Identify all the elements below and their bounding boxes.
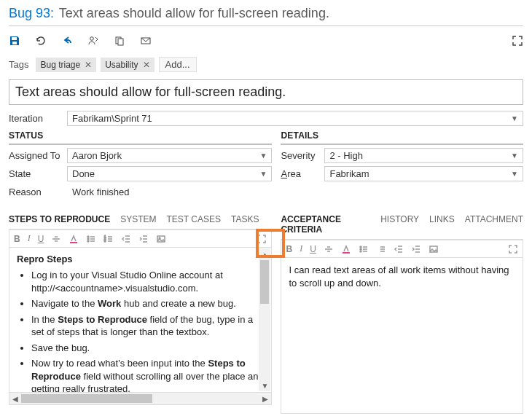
iteration-input[interactable]: Fabrikam\Sprint 71▼ xyxy=(67,111,523,126)
reason-label: Reason xyxy=(9,187,67,197)
scroll-thumb[interactable] xyxy=(21,394,152,403)
scroll-left-icon[interactable]: ◀ xyxy=(9,395,21,403)
tab-acceptance-criteria[interactable]: ACCEPTANCE CRITERIA xyxy=(281,214,370,235)
fullscreen-icon[interactable] xyxy=(512,35,523,47)
save-icon[interactable] xyxy=(9,35,20,47)
outdent-icon[interactable] xyxy=(121,234,131,244)
scroll-down-icon[interactable]: ▼ xyxy=(259,380,270,391)
details-heading: DETAILS xyxy=(281,130,523,145)
underline-button[interactable]: U xyxy=(38,234,44,244)
assign-icon[interactable] xyxy=(87,35,99,47)
svg-point-4 xyxy=(87,236,89,238)
italic-button[interactable]: I xyxy=(300,243,302,254)
refresh-icon[interactable] xyxy=(35,35,47,47)
mail-icon[interactable] xyxy=(140,35,152,47)
indent-icon[interactable] xyxy=(411,244,421,254)
iteration-label: Iteration xyxy=(9,113,67,124)
tab-test-cases[interactable]: TEST CASES xyxy=(166,214,220,224)
outdent-icon[interactable] xyxy=(394,244,404,254)
toolbar xyxy=(9,32,523,54)
bold-button[interactable]: B xyxy=(14,234,20,244)
area-label: Area xyxy=(281,168,324,179)
right-tabs: ACCEPTANCE CRITERIA HISTORY LINKS ATTACH… xyxy=(281,214,523,240)
strike-icon[interactable] xyxy=(324,244,334,254)
left-tabs: STEPS TO REPRODUCE SYSTEM TEST CASES TAS… xyxy=(9,214,272,229)
ol-icon[interactable]: 123 xyxy=(103,234,114,244)
repro-heading: Repro Steps xyxy=(17,254,264,264)
page-title-row: Bug 93: Text areas should allow for full… xyxy=(9,6,523,21)
svg-point-0 xyxy=(90,37,94,41)
undo-icon[interactable] xyxy=(61,35,73,47)
copy-icon[interactable] xyxy=(114,35,125,47)
list-item: Now try to read what's been input into t… xyxy=(31,357,264,393)
image-icon[interactable] xyxy=(156,234,166,244)
tab-tasks[interactable]: TASKS xyxy=(231,214,259,224)
bug-title: Text areas should allow for full-screen … xyxy=(59,6,329,20)
ul-icon[interactable] xyxy=(86,234,96,244)
chevron-down-icon: ▼ xyxy=(256,152,267,160)
tags-label: Tags xyxy=(9,59,28,70)
expand-icon[interactable] xyxy=(508,244,518,254)
severity-input[interactable]: 2 - High▼ xyxy=(324,148,523,163)
list-item: In the Steps to Reproduce field of the b… xyxy=(31,313,264,339)
list-item: Log in to your Visual Studio Online acco… xyxy=(31,269,264,294)
vertical-scrollbar[interactable]: ▲ ▼ xyxy=(259,248,270,391)
scroll-up-icon[interactable]: ▲ xyxy=(259,248,270,260)
tab-steps-to-reproduce[interactable]: STEPS TO REPRODUCE xyxy=(9,214,110,224)
bold-button[interactable]: B xyxy=(286,244,292,254)
ul-icon[interactable] xyxy=(359,244,369,254)
tab-system[interactable]: SYSTEM xyxy=(120,214,156,224)
tab-links[interactable]: LINKS xyxy=(429,214,455,235)
assigned-to-label: Assigned To xyxy=(9,150,67,161)
strike-icon[interactable] xyxy=(51,234,61,244)
horizontal-scrollbar[interactable]: ◀ ▶ xyxy=(9,393,272,405)
tag-add-button[interactable]: Add... xyxy=(159,57,197,72)
tab-attachment[interactable]: ATTACHMENT xyxy=(465,214,523,235)
svg-point-13 xyxy=(360,248,361,250)
list-item: Navigate to the Work hub and create a ne… xyxy=(31,297,264,310)
reason-input[interactable]: Work finished xyxy=(67,184,272,200)
scroll-thumb[interactable] xyxy=(260,260,269,304)
assigned-to-input[interactable]: Aaron Bjork▼ xyxy=(67,148,272,163)
tab-history[interactable]: HISTORY xyxy=(380,214,419,235)
tag-bug-triage[interactable]: Bug triage✕ xyxy=(36,58,96,72)
color-icon[interactable] xyxy=(69,234,79,244)
status-heading: STATUS xyxy=(9,130,272,145)
state-input[interactable]: Done▼ xyxy=(67,166,272,181)
indent-icon[interactable] xyxy=(138,234,149,244)
underline-button[interactable]: U xyxy=(310,244,316,254)
list-item: Save the bug. xyxy=(31,342,264,355)
tags-row: Tags Bug triage✕ Usability✕ Add... xyxy=(9,54,523,79)
rte-toolbar-left: B I U 123 xyxy=(9,229,272,247)
ol-icon[interactable] xyxy=(376,244,386,254)
chevron-down-icon: ▼ xyxy=(506,114,518,122)
tag-usability[interactable]: Usability✕ xyxy=(101,58,154,72)
chevron-down-icon: ▼ xyxy=(256,170,267,178)
rte-toolbar-right: B I U xyxy=(281,240,523,257)
title-input[interactable]: Text areas should allow for full-screen … xyxy=(9,79,523,105)
image-icon[interactable] xyxy=(429,244,439,254)
svg-text:3: 3 xyxy=(104,239,106,243)
svg-point-5 xyxy=(87,238,89,240)
bug-link[interactable]: Bug 93 xyxy=(9,6,50,20)
close-icon[interactable]: ✕ xyxy=(85,60,92,70)
italic-button[interactable]: I xyxy=(28,233,31,244)
svg-point-14 xyxy=(360,251,361,252)
state-label: State xyxy=(9,168,67,179)
svg-rect-2 xyxy=(118,39,123,45)
chevron-down-icon: ▼ xyxy=(506,170,518,178)
repro-steps-editor[interactable]: Repro Steps Log in to your Visual Studio… xyxy=(9,247,272,393)
chevron-down-icon: ▼ xyxy=(506,152,518,160)
svg-point-6 xyxy=(87,240,89,242)
severity-label: Severity xyxy=(281,150,324,161)
area-input[interactable]: Fabrikam▼ xyxy=(324,166,523,181)
acceptance-editor[interactable]: I can read text areas of all work items … xyxy=(281,257,523,414)
expand-icon[interactable] xyxy=(257,234,267,244)
svg-point-12 xyxy=(360,246,361,248)
scroll-right-icon[interactable]: ▶ xyxy=(259,395,271,403)
close-icon[interactable]: ✕ xyxy=(143,60,150,70)
color-icon[interactable] xyxy=(341,244,351,254)
